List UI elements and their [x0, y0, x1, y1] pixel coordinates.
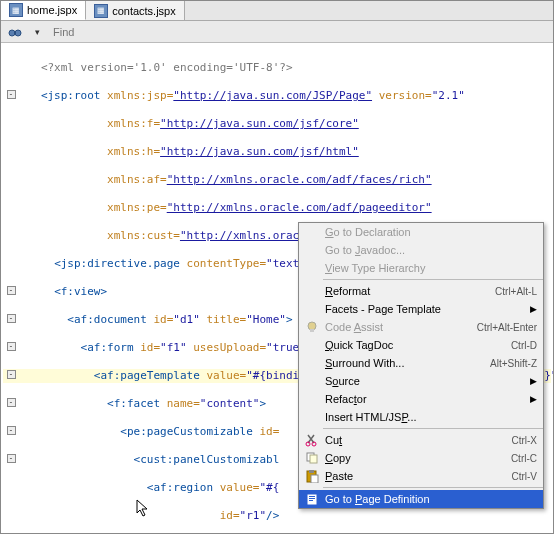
menu-paste[interactable]: PasteCtrl-V — [299, 467, 543, 485]
svg-rect-4 — [310, 329, 314, 332]
fold-icon[interactable]: - — [7, 90, 16, 99]
tag-document: <af:document — [67, 313, 146, 326]
cut-icon — [303, 433, 321, 447]
menu-go-declaration[interactable]: GGo to Declarationo to Declaration — [299, 223, 543, 241]
svg-rect-11 — [311, 475, 318, 483]
tag-pagecustom: <pe:pageCustomizable — [120, 425, 252, 438]
fold-icon[interactable]: - — [7, 286, 16, 295]
menu-facets[interactable]: Facets - Page Template▶ — [299, 300, 543, 318]
find-input[interactable] — [51, 25, 547, 39]
svg-rect-13 — [309, 496, 315, 497]
svg-rect-12 — [307, 494, 317, 505]
fold-icon[interactable]: - — [7, 426, 16, 435]
xml-pi: <?xml version='1.0' encoding='UTF-8'?> — [41, 61, 293, 74]
svg-rect-14 — [309, 498, 315, 499]
svg-rect-10 — [309, 470, 314, 473]
editor-tabs: ▦ home.jspx ▦ contacts.jspx — [1, 1, 553, 21]
fold-icon[interactable]: - — [7, 314, 16, 323]
tag-fview: <f:view> — [54, 285, 107, 298]
tag-form: <af:form — [81, 341, 134, 354]
menu-surround-with[interactable]: Surround With...Alt+Shift-Z — [299, 354, 543, 372]
menu-separator — [323, 428, 543, 429]
file-icon: ▦ — [94, 4, 108, 18]
file-icon: ▦ — [9, 3, 23, 17]
menu-separator — [323, 487, 543, 488]
tab-home[interactable]: ▦ home.jspx — [1, 1, 86, 20]
submenu-arrow-icon: ▶ — [530, 376, 537, 386]
svg-rect-8 — [310, 455, 317, 463]
menu-quick-tagdoc[interactable]: Quick TagDocCtrl-D — [299, 336, 543, 354]
fold-icon[interactable]: - — [7, 342, 16, 351]
dropdown-icon[interactable]: ▾ — [29, 24, 45, 40]
submenu-arrow-icon: ▶ — [530, 394, 537, 404]
tag-jsproot: <jsp:root — [41, 89, 101, 102]
tag-panelcustom: <cust:panelCustomizabl — [134, 453, 280, 466]
bulb-icon — [303, 321, 321, 333]
svg-rect-15 — [309, 500, 313, 501]
fold-icon[interactable]: - — [7, 370, 16, 379]
tab-label: home.jspx — [27, 4, 77, 16]
page-definition-icon — [303, 492, 321, 506]
tag-facet: <f:facet — [107, 397, 160, 410]
binoculars-icon[interactable] — [7, 24, 23, 40]
tag-pagetemplate: <af:pageTemplate — [94, 369, 200, 382]
find-toolbar: ▾ — [1, 21, 553, 43]
submenu-arrow-icon: ▶ — [530, 304, 537, 314]
menu-refactor[interactable]: Refactor▶ — [299, 390, 543, 408]
menu-separator — [323, 279, 543, 280]
tag-directive: <jsp:directive.page — [54, 257, 180, 270]
menu-reformat[interactable]: ReformatCtrl+Alt-L — [299, 282, 543, 300]
tab-contacts[interactable]: ▦ contacts.jspx — [86, 1, 185, 20]
fold-icon[interactable]: - — [7, 398, 16, 407]
menu-go-page-definition[interactable]: Go to Page Definition — [299, 490, 543, 508]
menu-cut[interactable]: CutCtrl-X — [299, 431, 543, 449]
svg-point-3 — [308, 322, 316, 330]
menu-copy[interactable]: CopyCtrl-C — [299, 449, 543, 467]
tab-label: contacts.jspx — [112, 5, 176, 17]
menu-insert-html[interactable]: Insert HTML/JSP... — [299, 408, 543, 426]
menu-view-hierarchy[interactable]: View Type Hierarchy — [299, 259, 543, 277]
tag-region: <af:region — [147, 481, 213, 494]
menu-go-javadoc[interactable]: Go to Javadoc... — [299, 241, 543, 259]
context-menu: GGo to Declarationo to Declaration Go to… — [298, 222, 544, 509]
fold-icon[interactable]: - — [7, 454, 16, 463]
paste-icon — [303, 469, 321, 483]
menu-code-assist[interactable]: Code AssistCtrl+Alt-Enter — [299, 318, 543, 336]
menu-source[interactable]: Source▶ — [299, 372, 543, 390]
svg-rect-2 — [14, 32, 16, 34]
copy-icon — [303, 451, 321, 465]
